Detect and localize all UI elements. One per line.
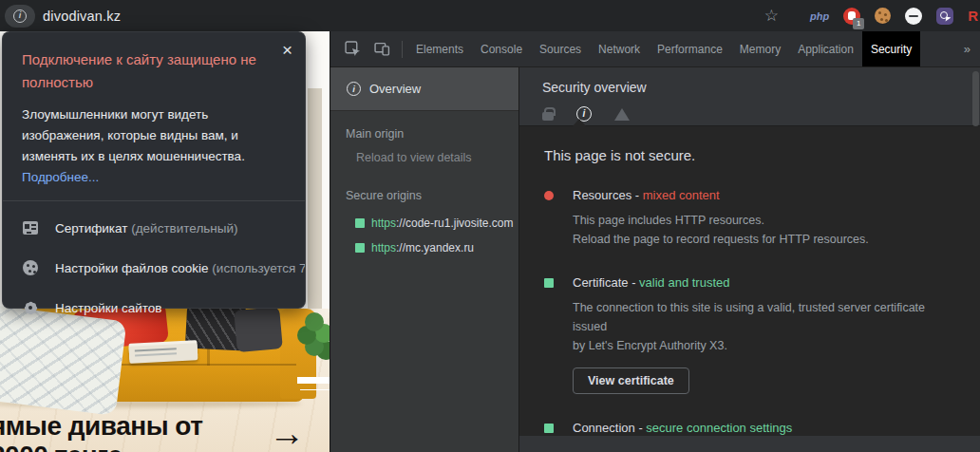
certificate-line2: by Let's Encrypt Authority X3. xyxy=(573,336,957,355)
secure-bullet-icon xyxy=(544,424,554,433)
cookie-icon xyxy=(22,259,39,276)
magazines xyxy=(129,343,198,364)
lock-icon[interactable] xyxy=(542,112,554,121)
inspect-element-icon[interactable] xyxy=(338,31,368,66)
banner-headline-line1: ямые диваны от xyxy=(0,411,202,441)
gear-icon xyxy=(22,299,39,316)
security-overview-content: This page is not secure. Resources - mix… xyxy=(519,126,980,452)
security-sidebar: i Overview Main origin Reload to view de… xyxy=(330,67,519,452)
menu-item-certificate[interactable]: Сертификат (действительный) xyxy=(3,208,305,248)
resources-title: Resources - xyxy=(573,188,643,202)
resources-section: Resources - mixed content This page incl… xyxy=(542,188,957,249)
warning-triangle-icon[interactable] xyxy=(614,108,630,121)
screen: ямые диваны от 2000 тенге → i divodivan.… xyxy=(0,0,980,452)
certificate-detail: (действительный) xyxy=(131,221,237,235)
hero-banner: ямые диваны от 2000 тенге → xyxy=(0,309,330,452)
picker-extension-icon[interactable] xyxy=(936,8,953,25)
origin-scheme: https xyxy=(371,217,396,230)
reload-hint: Reload to view details xyxy=(330,149,518,173)
overview-label: Overview xyxy=(369,82,421,96)
popup-body-text: Злоумышленники могут видеть изображения,… xyxy=(22,107,245,163)
certificate-label: Сертификат xyxy=(55,221,127,235)
certificate-status: valid and trusted xyxy=(639,275,729,290)
site-info-button[interactable]: i xyxy=(5,5,35,28)
wall-band xyxy=(308,88,322,326)
page-security-status: This page is not secure. xyxy=(544,147,957,163)
secure-origin-icon xyxy=(355,243,365,253)
main-origin-label: Main origin xyxy=(330,119,518,149)
browser-toolbar: i divodivan.kz ☆ php 1 R xyxy=(0,0,980,31)
panel-footer-bar xyxy=(519,436,980,452)
tab-network[interactable]: Network xyxy=(590,31,649,66)
security-state-icons: i xyxy=(542,105,980,122)
tab-elements[interactable]: Elements xyxy=(407,31,472,66)
cookies-detail: (используется 77 фа xyxy=(212,261,305,275)
popup-body: Злоумышленники могут видеть изображения,… xyxy=(22,104,286,187)
toolbar-separator xyxy=(402,41,403,58)
carousel-next-arrow[interactable]: → xyxy=(269,415,305,451)
resources-line1: This page includes HTTP resources. xyxy=(573,211,957,230)
site-settings-label: Настройки сайтов xyxy=(55,301,161,315)
popup-menu: Сертификат (действительный) Настройки фа… xyxy=(3,201,305,328)
toolbar-extensions: ☆ php 1 R xyxy=(764,6,971,26)
bookmark-star-icon[interactable]: ☆ xyxy=(764,6,779,26)
resources-line2: Reload the page to record requests for H… xyxy=(573,230,957,249)
tab-console[interactable]: Console xyxy=(472,31,531,66)
secure-origin-icon xyxy=(355,218,365,228)
devtools-panel: Elements Console Sources Network Perform… xyxy=(330,31,980,452)
origin-host: ://mc.yandex.ru xyxy=(396,241,474,254)
security-overview-pane: Security overview i This page is not sec… xyxy=(519,67,980,452)
cookie-extension-icon[interactable] xyxy=(875,8,891,24)
sidebar-item-overview[interactable]: i Overview xyxy=(330,67,518,111)
address-bar-url[interactable]: divodivan.kz xyxy=(43,9,121,24)
origin-host: ://code-ru1.jivosite.com xyxy=(396,217,513,230)
tab-performance[interactable]: Performance xyxy=(649,31,731,66)
tab-security[interactable]: Security xyxy=(862,31,920,66)
tab-application[interactable]: Application xyxy=(789,31,862,66)
origin-item-yandex[interactable]: https://mc.yandex.ru xyxy=(330,235,518,260)
connection-title: Connection - xyxy=(573,421,646,435)
banner-headline-line2: 2000 тенге xyxy=(0,441,202,452)
certificate-icon xyxy=(22,219,39,236)
r-extension-icon[interactable]: R xyxy=(968,8,978,24)
tab-memory[interactable]: Memory xyxy=(731,31,789,66)
security-panel: i Overview Main origin Reload to view de… xyxy=(330,67,980,452)
certificate-line1: The connection to this site is using a v… xyxy=(573,298,957,336)
origin-item-jivosite[interactable]: https://code-ru1.jivosite.com xyxy=(330,211,518,235)
php-extension-icon[interactable]: php xyxy=(810,10,829,22)
side-table xyxy=(297,377,330,384)
learn-more-link[interactable]: Подробнее... xyxy=(22,170,99,184)
selected-icon-notch xyxy=(573,119,586,126)
secure-origins-label: Secure origins xyxy=(330,180,518,211)
certificate-section: Certificate - valid and trusted The conn… xyxy=(542,275,957,394)
menu-item-site-settings[interactable]: Настройки сайтов xyxy=(3,288,305,328)
devtools-tabbar: Elements Console Sources Network Perform… xyxy=(330,31,980,67)
popup-title: Подключение к сайту защищено не полность… xyxy=(22,48,261,94)
info-icon: i xyxy=(347,82,361,96)
insecure-bullet-icon xyxy=(544,191,554,200)
adblock-extension-icon[interactable]: 1 xyxy=(843,8,860,25)
resources-status: mixed content xyxy=(643,188,720,202)
secure-bullet-icon xyxy=(544,278,554,288)
connection-status: secure connection settings xyxy=(646,421,792,435)
scrollbar-thumb[interactable] xyxy=(972,71,979,126)
adblock-badge: 1 xyxy=(853,18,864,29)
device-toolbar-icon[interactable] xyxy=(368,31,397,66)
round-extension-icon[interactable] xyxy=(905,8,922,25)
close-icon[interactable]: × xyxy=(282,41,292,59)
origin-scheme: https xyxy=(371,241,396,254)
certificate-title: Certificate - xyxy=(573,275,639,290)
view-certificate-button[interactable]: View certificate xyxy=(573,367,689,394)
cookies-label: Настройки файлов cookie xyxy=(55,261,209,275)
site-info-popup: × Подключение к сайту защищено не полнос… xyxy=(2,31,306,309)
tab-sources[interactable]: Sources xyxy=(531,31,590,66)
more-tabs-icon[interactable]: » xyxy=(954,31,980,66)
security-overview-header: Security overview i xyxy=(519,67,980,126)
info-icon: i xyxy=(13,9,27,23)
security-overview-title: Security overview xyxy=(542,80,980,95)
banner-headline: ямые диваны от 2000 тенге xyxy=(0,411,202,452)
menu-item-cookies[interactable]: Настройки файлов cookie (используется 77… xyxy=(3,248,305,288)
